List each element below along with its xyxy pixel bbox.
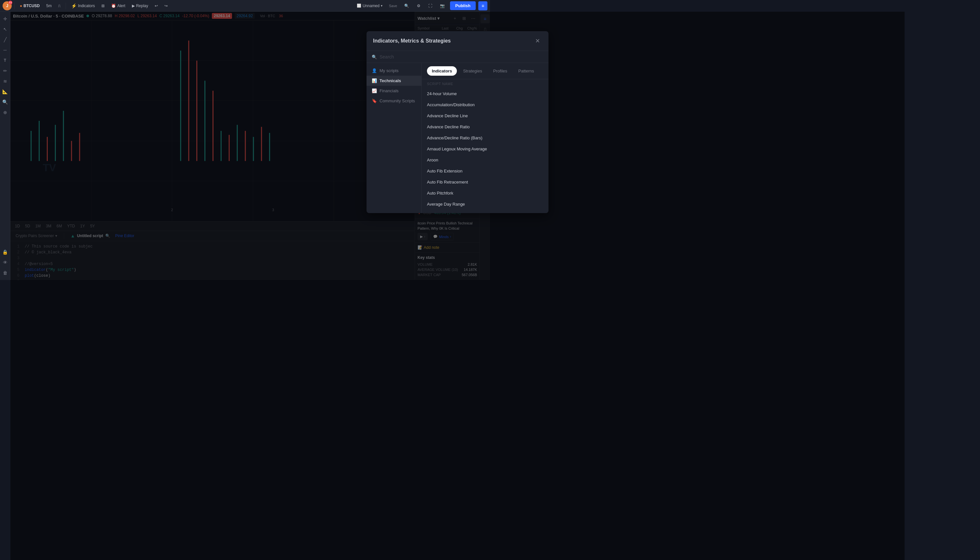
indicator-auto-fib-ret[interactable]: Auto Fib Retracement (422, 177, 490, 188)
trash-icon[interactable]: 🗑 (1, 268, 10, 277)
replay-btn[interactable]: ▶ Replay (129, 2, 151, 9)
tab-strategies[interactable]: Strategies (458, 66, 487, 76)
indicator-24h-volume[interactable]: 24-hour Volume (422, 88, 490, 99)
chart-type-btn[interactable]: ⎍ (55, 2, 63, 9)
top-toolbar: J 11 ● BTCUSD 5m ⎍ ⚡ Indicators ⊞ ⏰ Aler… (0, 0, 490, 12)
alert-btn[interactable]: ⏰ Alert (108, 2, 128, 9)
modal-nav-sidebar: 👤 My scripts 📊 Technicals 📈 Financials 🔖… (367, 63, 422, 213)
toolbar-separator-1 (14, 3, 15, 9)
indicator-advance-decline-line[interactable]: Advance Decline Line (422, 110, 490, 122)
sidebar-toggle[interactable]: ≡ (478, 1, 487, 10)
left-sidebar: ✛ ↖ ╱ ─ T ✏ ≋ 📐 🔍 ⊕ 🔒 👁 🗑 (0, 12, 10, 280)
indicator-auto-pitchfork[interactable]: Auto Pitchfork (422, 188, 490, 199)
chart-bar-icon: 📊 (372, 78, 377, 83)
indicator-advance-decline-bars[interactable]: Advance/Decline Ratio (Bars) (422, 133, 490, 143)
nav-community-scripts[interactable]: 🔖 Community Scripts (367, 96, 422, 106)
indicator-list: 24-hour Volume Accumulation/Distribution… (422, 88, 490, 213)
indicator-accumulation[interactable]: Accumulation/Distribution (422, 99, 490, 110)
modal-search-input[interactable] (380, 54, 490, 60)
script-name-col-header: SCRIPT NAME (422, 79, 490, 88)
indicator-arnaud[interactable]: Arnaud Legoux Moving Average (422, 143, 490, 155)
indicators-btn[interactable]: ⚡ Indicators (68, 2, 97, 10)
zoom-icon[interactable]: 🔍 (1, 97, 10, 107)
crosshair-icon[interactable]: ✛ (1, 14, 10, 23)
tab-profiles[interactable]: Profiles (488, 66, 490, 76)
toolbar-right: ⬜ Unnamed ▾ Save 🔍 ⚙ ⛶ 📷 Publish ≡ (355, 1, 487, 10)
layouts-btn[interactable]: ⊞ (99, 2, 107, 9)
indicator-avg-day-range[interactable]: Average Day Range (422, 199, 490, 210)
modal-overlay[interactable]: Indicators, Metrics & Strategies ✕ 🔍 👤 M… (10, 12, 490, 280)
modal-tabs: Indicators Strategies Profiles Patterns (422, 63, 490, 79)
symbol-selector[interactable]: ● BTCUSD (17, 2, 42, 9)
measure-icon[interactable]: 📐 (1, 87, 10, 96)
publish-button[interactable]: Publish (450, 1, 476, 10)
indicator-auto-fib-ext[interactable]: Auto Fib Extension (422, 166, 490, 177)
fullscreen-btn[interactable]: ⛶ (426, 2, 435, 9)
indicators-modal: Indicators, Metrics & Strategies ✕ 🔍 👤 M… (367, 31, 490, 213)
toolbar-separator-2 (66, 3, 66, 9)
person-icon: 👤 (372, 68, 377, 73)
text-tool-icon[interactable]: T (1, 56, 10, 65)
indicator-avg-directional[interactable]: Average Directional Index (422, 210, 490, 213)
patterns-icon[interactable]: ≋ (1, 77, 10, 86)
modal-search-icon: 🔍 (372, 55, 377, 60)
magnet-icon[interactable]: ⊕ (1, 108, 10, 117)
horizontal-ray-icon[interactable]: ─ (1, 45, 10, 55)
timeframe-selector[interactable]: 5m (43, 2, 54, 9)
modal-content: Indicators Strategies Profiles Patterns … (422, 63, 490, 213)
lock-icon[interactable]: 🔒 (1, 248, 10, 257)
snapshot-btn[interactable]: 📷 (437, 2, 447, 9)
eye-icon[interactable]: 👁 (1, 258, 10, 267)
nav-my-scripts[interactable]: 👤 My scripts (367, 66, 422, 76)
brush-icon[interactable]: ✏ (1, 66, 10, 75)
bookmark-icon: 🔖 (372, 98, 377, 103)
nav-financials[interactable]: 📈 Financials (367, 86, 422, 96)
settings-btn[interactable]: ⚙ (414, 2, 423, 9)
indicator-aroon[interactable]: Aroon (422, 155, 490, 166)
modal-title: Indicators, Metrics & Strategies (373, 38, 451, 44)
undo-btn[interactable]: ↩ (152, 2, 160, 9)
nav-technicals[interactable]: 📊 Technicals (367, 76, 422, 86)
search-btn[interactable]: 🔍 (402, 2, 412, 9)
cursor-icon[interactable]: ↖ (1, 25, 10, 34)
modal-search: 🔍 (367, 51, 490, 63)
modal-header: Indicators, Metrics & Strategies ✕ (367, 31, 490, 51)
financials-icon: 📈 (372, 88, 377, 93)
unnamed-save: Save (387, 3, 399, 9)
user-avatar[interactable]: J 11 (3, 1, 12, 10)
unnamed-btn[interactable]: ⬜ Unnamed ▾ (355, 2, 384, 9)
indicator-advance-decline-ratio[interactable]: Advance Decline Ratio (422, 122, 490, 133)
tab-indicators[interactable]: Indicators (427, 66, 457, 76)
trend-line-icon[interactable]: ╱ (1, 35, 10, 44)
modal-body: 👤 My scripts 📊 Technicals 📈 Financials 🔖… (367, 63, 490, 213)
redo-btn[interactable]: ↪ (162, 2, 170, 9)
